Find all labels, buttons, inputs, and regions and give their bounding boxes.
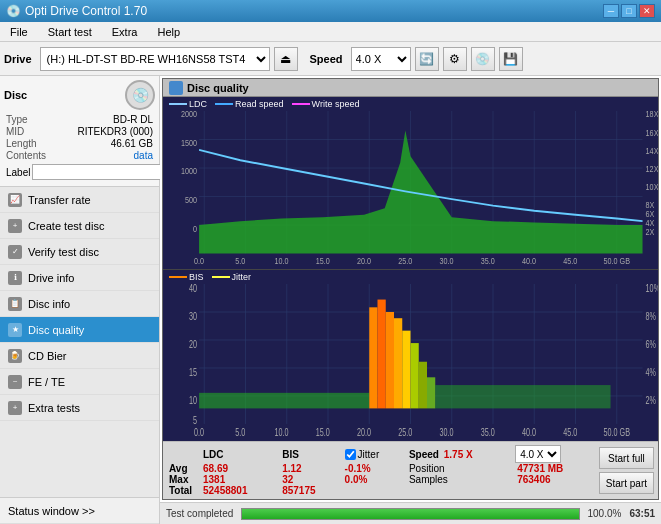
- svg-text:10.0: 10.0: [275, 426, 289, 438]
- speed-select[interactable]: 4.0 X: [351, 47, 411, 71]
- svg-rect-83: [386, 311, 394, 407]
- sidebar-item-transfer-rate[interactable]: 📈 Transfer rate: [0, 187, 159, 213]
- disc-type-value: BD-R DL: [113, 114, 153, 125]
- samples-value: 763406: [513, 474, 595, 485]
- sidebar-menu: 📈 Transfer rate + Create test disc ✓ Ver…: [0, 187, 159, 497]
- disc-panel: Disc 💿 Type BD-R DL MID RITEKDR3 (000) L…: [0, 76, 159, 187]
- sidebar-item-label: Extra tests: [28, 402, 80, 414]
- sidebar-item-label: Transfer rate: [28, 194, 91, 206]
- sidebar-item-extra-tests[interactable]: + Extra tests: [0, 395, 159, 421]
- svg-text:2000: 2000: [181, 111, 197, 120]
- avg-label: Avg: [167, 463, 199, 474]
- menu-file[interactable]: File: [4, 24, 34, 40]
- svg-text:40.0: 40.0: [522, 426, 536, 438]
- panel-title: Disc quality: [187, 82, 249, 94]
- avg-ldc: 68.69: [199, 463, 278, 474]
- menu-help[interactable]: Help: [151, 24, 186, 40]
- total-ldc: 52458801: [199, 485, 278, 496]
- svg-text:40.0: 40.0: [522, 256, 536, 266]
- sidebar-item-verify-test-disc[interactable]: ✓ Verify test disc: [0, 239, 159, 265]
- jitter-checkbox[interactable]: [345, 449, 356, 460]
- svg-text:5.0: 5.0: [235, 426, 245, 438]
- total-label: Total: [167, 485, 199, 496]
- transfer-rate-icon: 📈: [8, 193, 22, 207]
- save-button[interactable]: 💾: [499, 47, 523, 71]
- settings-button[interactable]: ⚙: [443, 47, 467, 71]
- cd-bier-icon: 🍺: [8, 349, 22, 363]
- svg-rect-88: [427, 377, 435, 408]
- write-speed-color: [292, 103, 310, 105]
- progress-fill: [242, 509, 578, 519]
- svg-text:20: 20: [189, 338, 197, 350]
- speed-select-stats[interactable]: 4.0 X: [515, 445, 561, 463]
- speed-col: Speed 1.75 X: [405, 445, 513, 463]
- svg-text:0: 0: [193, 224, 197, 234]
- svg-rect-84: [394, 318, 402, 408]
- disc-info-icon: 📋: [8, 297, 22, 311]
- start-full-button[interactable]: Start full: [599, 447, 654, 469]
- disc-mid-row: MID RITEKDR3 (000): [4, 126, 155, 137]
- max-jitter: 0.0%: [341, 474, 405, 485]
- svg-text:30.0: 30.0: [440, 256, 454, 266]
- panel-icon: [169, 81, 183, 95]
- maximize-button[interactable]: □: [621, 4, 637, 18]
- sidebar: Disc 💿 Type BD-R DL MID RITEKDR3 (000) L…: [0, 76, 160, 524]
- app-title: Opti Drive Control 1.70: [25, 4, 147, 18]
- bottom-chart-container: BIS Jitter: [163, 270, 658, 442]
- status-window-label: Status window >>: [8, 505, 95, 517]
- sidebar-item-label: Disc quality: [28, 324, 84, 336]
- sidebar-item-label: FE / TE: [28, 376, 65, 388]
- svg-rect-81: [369, 307, 377, 408]
- refresh-button[interactable]: 🔄: [415, 47, 439, 71]
- close-button[interactable]: ✕: [639, 4, 655, 18]
- disc-icon: 💿: [125, 80, 155, 110]
- svg-text:30.0: 30.0: [440, 426, 454, 438]
- sidebar-item-create-test-disc[interactable]: + Create test disc: [0, 213, 159, 239]
- svg-text:30: 30: [189, 310, 197, 322]
- sidebar-item-drive-info[interactable]: ℹ Drive info: [0, 265, 159, 291]
- minimize-button[interactable]: ─: [603, 4, 619, 18]
- svg-text:10X: 10X: [646, 182, 658, 192]
- jitter-checkbox-label[interactable]: Jitter: [345, 449, 401, 460]
- svg-text:50.0 GB: 50.0 GB: [604, 256, 631, 266]
- titlebar: 💿 Opti Drive Control 1.70 ─ □ ✕: [0, 0, 661, 22]
- max-label: Max: [167, 474, 199, 485]
- svg-text:15: 15: [189, 366, 197, 378]
- menu-start-test[interactable]: Start test: [42, 24, 98, 40]
- svg-text:25.0: 25.0: [398, 426, 412, 438]
- svg-text:20.0: 20.0: [357, 426, 371, 438]
- disc-title: Disc: [4, 89, 27, 101]
- verify-test-disc-icon: ✓: [8, 245, 22, 259]
- sidebar-status: Status window >>: [0, 497, 159, 524]
- status-window-item[interactable]: Status window >>: [0, 498, 159, 524]
- position-value: 47731 MB: [513, 463, 595, 474]
- svg-text:40: 40: [189, 284, 197, 294]
- disc-mid-value: RITEKDR3 (000): [77, 126, 153, 137]
- action-buttons: Start full Start part: [599, 447, 654, 494]
- drive-select[interactable]: (H:) HL-DT-ST BD-RE WH16NS58 TST4: [40, 47, 270, 71]
- max-ldc: 1381: [199, 474, 278, 485]
- disc-label-input[interactable]: [32, 164, 161, 180]
- sidebar-item-cd-bier[interactable]: 🍺 CD Bier: [0, 343, 159, 369]
- svg-text:0.0: 0.0: [194, 426, 204, 438]
- read-speed-label: Read speed: [235, 99, 284, 109]
- disc-length-value: 46.61 GB: [111, 138, 153, 149]
- eject-button[interactable]: ⏏: [274, 47, 298, 71]
- sidebar-item-disc-quality[interactable]: ★ Disc quality: [0, 317, 159, 343]
- ldc-color: [169, 103, 187, 105]
- disc-button[interactable]: 💿: [471, 47, 495, 71]
- extra-tests-icon: +: [8, 401, 22, 415]
- speed-value: 1.75 X: [444, 449, 473, 460]
- max-bis: 32: [278, 474, 340, 485]
- avg-bis: 1.12: [278, 463, 340, 474]
- sidebar-item-disc-info[interactable]: 📋 Disc info: [0, 291, 159, 317]
- disc-contents-row: Contents data: [4, 150, 155, 161]
- sidebar-item-label: Drive info: [28, 272, 74, 284]
- menu-extra[interactable]: Extra: [106, 24, 144, 40]
- svg-rect-89: [435, 385, 610, 408]
- svg-text:16X: 16X: [646, 128, 658, 138]
- svg-rect-86: [411, 343, 419, 408]
- sidebar-item-fe-te[interactable]: ~ FE / TE: [0, 369, 159, 395]
- start-part-button[interactable]: Start part: [599, 472, 654, 494]
- svg-rect-85: [402, 330, 410, 408]
